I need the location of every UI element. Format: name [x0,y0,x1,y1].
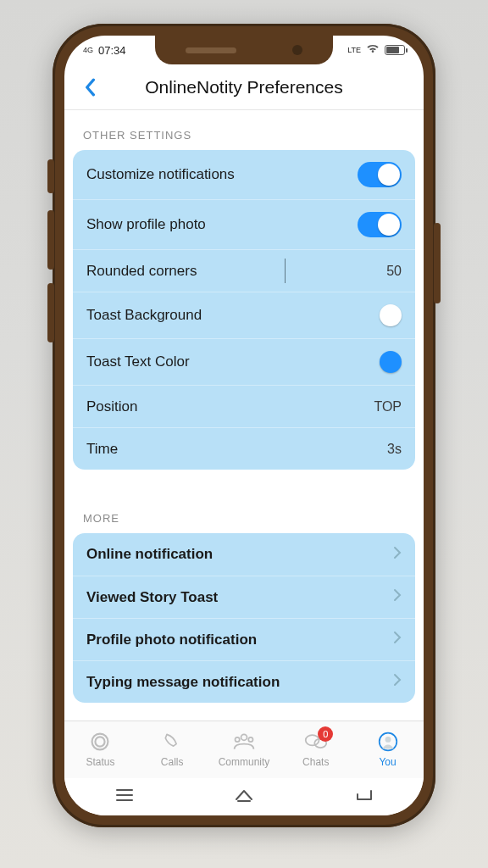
system-nav-bar [64,778,424,815]
row-position[interactable]: Position TOP [73,385,415,427]
section-label-other: OTHER SETTINGS [73,110,415,150]
svg-point-4 [248,737,252,742]
svg-point-8 [385,737,391,743]
row-label: Toast Text Color [86,353,190,370]
screen: 4G 07:34 LTE OnlineNotity Preferences OT… [64,36,424,815]
volume-down-button [47,283,54,342]
row-rounded-corners[interactable]: Rounded corners 50 [73,249,415,292]
lte-indicator: LTE [347,47,361,54]
side-button [47,159,54,193]
tab-chats[interactable]: 0 Chats [280,721,352,778]
chevron-right-icon [393,631,402,648]
chevron-right-icon [393,673,402,691]
divider-line [285,259,286,283]
svg-point-1 [96,737,105,746]
row-customize-notifications[interactable]: Customize notifications [73,150,415,199]
tab-label: Calls [161,756,184,768]
home-button[interactable] [233,787,255,806]
row-profile-photo-notification[interactable]: Profile photo notification [73,618,415,660]
content-area: OTHER SETTINGS Customize notifications S… [64,110,424,721]
bottom-nav: Status Calls Community 0 Chats [64,721,424,778]
back-system-button[interactable] [352,787,374,806]
row-label: Online notification [86,546,213,563]
wifi-icon [366,44,380,57]
row-value: TOP [374,399,402,415]
other-settings-card: Customize notifications Show profile pho… [73,150,415,470]
row-label: Viewed Story Toast [86,589,218,606]
page-title: OnlineNotity Preferences [75,77,413,97]
row-label: Typing message notification [86,674,280,691]
chevron-right-icon [393,588,402,606]
chevron-right-icon [393,546,402,564]
toggle-show-photo[interactable] [358,212,402,237]
row-toast-text-color[interactable]: Toast Text Color [73,338,415,385]
row-label: Position [86,398,137,415]
tab-status[interactable]: Status [64,721,136,778]
svg-point-2 [241,734,247,740]
row-toast-background[interactable]: Toast Background [73,292,415,338]
row-viewed-story-toast[interactable]: Viewed Story Toast [73,576,415,618]
tab-label: Chats [302,756,329,768]
row-label: Profile photo notification [86,632,257,648]
toggle-customize[interactable] [358,162,402,187]
volume-up-button [47,210,54,270]
row-value: 3s [387,442,402,457]
row-label: Toast Background [86,307,202,324]
row-typing-message-notification[interactable]: Typing message notification [73,660,415,703]
row-time[interactable]: Time 3s [73,427,415,470]
status-ring-icon [88,732,112,754]
row-label: Show profile photo [86,216,206,233]
tab-community[interactable]: Community [208,721,280,778]
row-value: 50 [386,264,402,279]
chats-badge: 0 [318,726,333,742]
page-header: OnlineNotity Preferences [64,64,424,110]
svg-point-3 [235,737,239,742]
tab-calls[interactable]: Calls [136,721,208,778]
tab-label: You [379,756,396,768]
profile-icon [376,732,400,754]
battery-icon [385,45,405,55]
front-camera [292,45,302,55]
color-swatch-toast-bg[interactable] [380,304,402,326]
recents-button[interactable] [114,787,136,806]
row-label: Time [86,441,118,458]
row-show-profile-photo[interactable]: Show profile photo [73,199,415,249]
tab-label: Community [219,756,270,768]
section-label-more: MORE [73,493,415,533]
tab-you[interactable]: You [352,721,424,778]
notch [155,36,333,64]
color-swatch-toast-text[interactable] [380,351,402,373]
phone-icon [160,732,184,754]
speaker-grille [186,47,236,53]
power-button [434,223,441,303]
status-time: 07:34 [98,44,126,57]
phone-frame: 4G 07:34 LTE OnlineNotity Preferences OT… [53,24,435,827]
network-indicator: 4G [83,47,93,54]
tab-label: Status [86,756,114,768]
row-label: Rounded corners [86,263,197,280]
more-card: Online notification Viewed Story Toast P… [73,533,415,703]
people-icon [232,732,256,754]
row-label: Customize notifications [86,166,235,183]
row-online-notification[interactable]: Online notification [73,533,415,576]
